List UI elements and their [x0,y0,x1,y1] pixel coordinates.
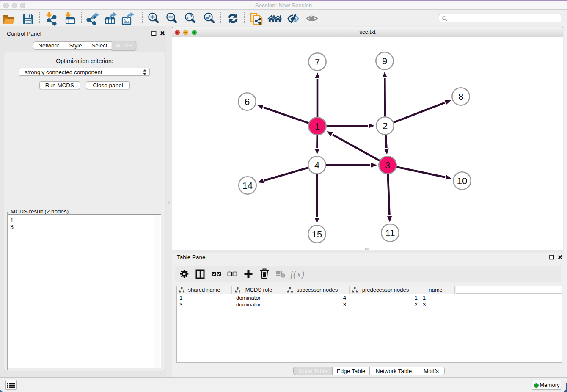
svg-text:10: 10 [457,176,467,186]
svg-text:14: 14 [242,180,253,191]
svg-text:8: 8 [458,91,463,102]
svg-text:15: 15 [312,229,322,240]
svg-text:2: 2 [383,121,388,131]
svg-text:9: 9 [382,56,387,66]
svg-text:4: 4 [314,160,319,171]
svg-text:11: 11 [385,228,395,238]
svg-text:7: 7 [315,57,320,67]
svg-text:f(x): f(x) [290,268,304,279]
svg-text:3: 3 [385,160,390,171]
svg-text:6: 6 [245,97,250,107]
svg-text:1: 1 [315,121,320,132]
